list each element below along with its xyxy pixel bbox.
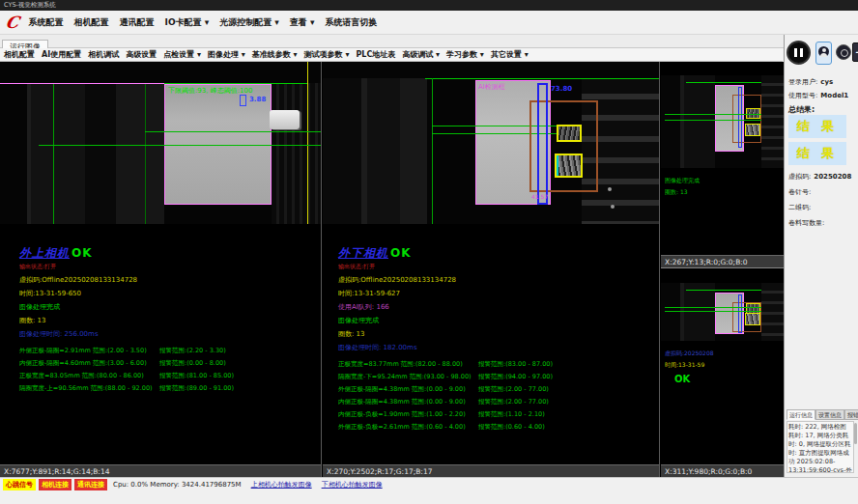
menu-item[interactable]: 系统语言切换 [326, 16, 378, 29]
green-guide-line [425, 78, 659, 79]
measurement-alarm-range: 报警范围:(89.00 - 91.00) [159, 384, 234, 393]
pause-button[interactable] [786, 41, 811, 65]
menu-item[interactable]: 查看 ▾ [290, 16, 315, 29]
process-done-line: 图像处理完成 [338, 316, 659, 325]
results-outer-lower: 外下相机OK 输出状态:打开 虚拟码:Offline20250208133134… [323, 245, 659, 435]
status-ok: OK [72, 246, 93, 260]
window-title: CYS-视觉检测系统 [4, 1, 56, 9]
green-baseline [665, 307, 761, 308]
output-state: 输出状态:打开 [338, 263, 659, 271]
toolbar-item[interactable]: 基准线参数 ▾ [252, 49, 298, 60]
total-result-label: 总结果: [788, 104, 815, 115]
camera-view-inner-upper: 图像处理完成 圈数: 13 X:267;Y:13;R:0;G:0;B:0 [661, 62, 784, 268]
camera-canvas-inner-lower[interactable] [661, 283, 784, 341]
bolt-highlight [611, 205, 615, 209]
turns-line: 圈数: 13 [661, 188, 784, 197]
measurement-value: 外侧正极-负极=2.61mm 范围:(0.60 - 4.00) [338, 423, 466, 432]
green-baseline [665, 311, 761, 312]
menu-item[interactable]: 通讯配置 [120, 16, 155, 29]
measurement-list: 外侧正极-隔圈=2.91mm 范围:(2.00 - 3.50) 报警范围:(2.… [19, 347, 321, 397]
machinery-right [761, 283, 784, 341]
toolbar-item[interactable]: 图像处理 ▾ [208, 49, 245, 60]
measurement-alarm-range: 报警范围:(2.20 - 3.30) [159, 347, 226, 355]
inner-camera-column: 图像处理完成 圈数: 13 X:267;Y:13;R:0;G:0;B:0 [661, 62, 784, 477]
upper-camera-trigger-link[interactable]: 上相机心拍触发图像 [251, 480, 312, 490]
log-tab-settings[interactable]: 设置信息 [815, 409, 844, 420]
toolbar-item[interactable]: 相机调试 [88, 49, 119, 60]
camera-canvas-outer-lower[interactable]: AI检测框 73.80 41.57 [323, 62, 659, 224]
measurement-alarm-range: 报警范围:(81.00 - 85.00) [159, 372, 234, 380]
time-line: 时间:13-31-59-627 [338, 289, 659, 298]
defect-detect-box [745, 313, 760, 325]
log-scrollbar[interactable] [854, 423, 857, 444]
login-user-button[interactable] [815, 42, 832, 65]
toolbar-item[interactable]: PLC地址表 [356, 49, 395, 60]
toolbar-item[interactable]: 点检设置 ▾ [163, 49, 201, 60]
measurement-row: 外侧正极-隔圈=4.38mm 范围:(0.00 - 9.00) 报警范围:(2.… [338, 385, 659, 398]
menu-item[interactable]: 相机配置 [74, 16, 109, 29]
control-buttons: ➜ [785, 40, 858, 69]
measurement-row: 隔圈宽度-下=95.24mm 范围:(93.00 - 98.00) 报警范围:(… [338, 373, 659, 385]
camera-canvas-inner-upper[interactable] [661, 75, 784, 168]
blue-measure-box [738, 294, 742, 333]
green-guide-line [432, 78, 433, 224]
toolbar-item[interactable]: 其它设置 ▾ [491, 49, 529, 60]
toolbar-item[interactable]: 相机配置 [4, 49, 35, 60]
green-guide-line [145, 83, 146, 224]
machinery-left [661, 75, 715, 168]
write-count-label: 卷料写数量: [788, 218, 824, 228]
toolbar: 相机配置AI使用配置相机调试高级设置点检设置 ▾图像处理 ▾基准线参数 ▾测试项… [0, 48, 783, 62]
model-value: Model1 [820, 92, 848, 99]
menu-bar: C 系统配置相机配置通讯配置IO卡配置 ▾光源控制配置 ▾查看 ▾系统语言切换 [0, 11, 858, 35]
pixel-coordinate-bar: X:7677;Y:891;R:14;G:14;B:14 [0, 464, 321, 477]
exit-button[interactable]: ➜ [852, 42, 858, 62]
machinery-left [0, 83, 164, 224]
camera-name: 外下相机 [338, 246, 388, 260]
process-done-line: 图像处理完成 [19, 302, 321, 312]
log-tab-errors[interactable]: 报错信息 [844, 409, 858, 420]
machinery-right [761, 75, 784, 168]
menu-item[interactable]: 光源控制配置 ▾ [219, 16, 279, 29]
camera-view-outer-upper: 下限阈值:93, 峰态阈值:100 3.88 外上相机OK 输出状态:打开 虚拟… [0, 62, 322, 477]
measurement-alarm-range: 报警范围:(2.00 - 77.00) [478, 385, 549, 394]
status-ok: OK [661, 374, 784, 384]
virtual-code-label: 虚拟码: [788, 173, 811, 181]
measurement-alarm-range: 报警范围:(1.10 - 2.10) [478, 410, 545, 419]
measure-marker-box [240, 95, 246, 106]
toolbar-item[interactable]: 学习参数 ▾ [446, 49, 484, 60]
bolt-highlight [608, 187, 612, 191]
menu-item[interactable]: 系统配置 [29, 16, 64, 29]
results-inner-upper: 图像处理完成 圈数: 13 [661, 174, 784, 197]
blue-measure-box [537, 83, 548, 205]
toolbar-item[interactable]: AI使用配置 [42, 49, 81, 60]
time-line: 时间:13-31-59 [661, 361, 784, 370]
measurement-alarm-range: 报警范围:(83.00 - 87.00) [478, 360, 553, 369]
pixel-coordinate-bar: X:311;Y:980;R:0;G:0;B:0 [661, 464, 784, 477]
measurement-row: 正极宽度=83.05mm 范围:(80.00 - 86.00) 报警范围:(81… [19, 372, 321, 384]
camera-name: 外上相机 [19, 246, 70, 260]
toolbar-item[interactable]: 测试项参数 ▾ [304, 49, 350, 60]
model-row: 使用型号:Model1 [788, 91, 848, 100]
app-logo-icon: C [4, 13, 21, 32]
pixel-coordinate-bar: X:270;Y:2502;R:17;G:17;B:17 [323, 464, 659, 477]
green-guide-line [53, 83, 54, 224]
qr-code-label: 二维码: [788, 203, 811, 212]
side-panel: ➜ 登录用户:cys 使用型号:Model1 总结果: 结 果 结 果 虚拟码:… [784, 35, 858, 477]
defect-detect-box [745, 124, 760, 136]
measurement-value: 内侧正极-负极=1.90mm 范围:(1.00 - 2.20) [338, 410, 466, 419]
menu-item[interactable]: IO卡配置 ▾ [165, 16, 210, 29]
measurement-value: 正极宽度=83.05mm 范围:(80.00 - 86.00) [19, 372, 144, 380]
result-indicator-upper: 结 果 [788, 115, 846, 138]
blue-measure-label: 73.80 [551, 85, 572, 93]
lock-button[interactable] [836, 44, 851, 60]
camera-canvas-outer-upper[interactable]: 下限阈值:93, 峰态阈值:100 3.88 [0, 62, 321, 224]
measurement-alarm-range: 报警范围:(0.60 - 4.00) [478, 423, 545, 432]
lower-camera-trigger-link[interactable]: 下相机心拍触发图像 [322, 480, 383, 490]
log-tab-run[interactable]: 运行信息 [786, 409, 815, 420]
green-baseline [145, 131, 321, 132]
comm-link-badge: 通讯连接 [74, 479, 107, 490]
measurement-row: 正极宽度=83.77mm 范围:(82.00 - 88.00) 报警范围:(83… [338, 360, 659, 373]
toolbar-item[interactable]: 高级调试 ▾ [402, 49, 440, 60]
tab-connector-object [270, 110, 300, 129]
toolbar-item[interactable]: 高级设置 [126, 49, 157, 60]
